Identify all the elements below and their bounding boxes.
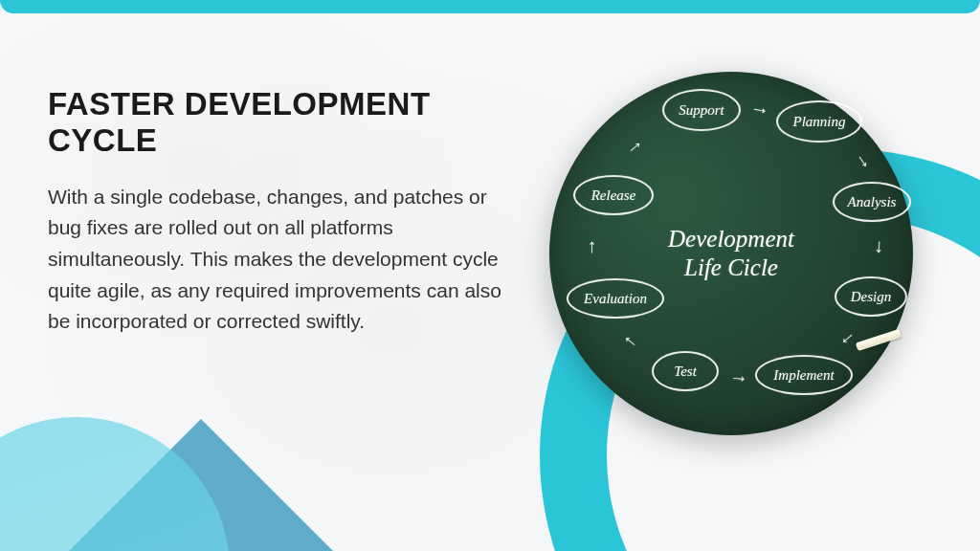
phase-support: Support — [662, 89, 741, 131]
phase-evaluation: Evaluation — [567, 278, 664, 319]
phase-analysis: Analysis — [833, 182, 911, 222]
top-accent-bar — [0, 0, 980, 13]
arrow-icon: → — [849, 147, 878, 176]
arrow-icon: ← — [728, 367, 749, 391]
phase-design: Design — [835, 276, 907, 317]
development-lifecycle-diagram: Development Life Cicle Support Planning … — [549, 72, 913, 435]
arrow-icon: ← — [621, 133, 650, 162]
slide-title: FASTER DEVELOPMENT CYCLE — [48, 86, 507, 159]
arrow-icon: → — [748, 97, 771, 121]
phase-implement: Implement — [755, 355, 853, 395]
center-line-2: Life Cicle — [684, 254, 778, 280]
arrow-icon: → — [868, 237, 892, 258]
phase-test: Test — [652, 351, 719, 391]
phase-release: Release — [573, 175, 654, 215]
arrow-icon: ← — [616, 326, 645, 355]
text-content: FASTER DEVELOPMENT CYCLE With a single c… — [48, 86, 507, 338]
slide-body: With a single codebase, changes, and pat… — [48, 182, 507, 338]
diagram-center-label: Development Life Cicle — [668, 225, 794, 282]
arrow-icon: ← — [582, 238, 604, 257]
center-line-1: Development — [668, 226, 794, 252]
phase-planning: Planning — [776, 100, 862, 143]
